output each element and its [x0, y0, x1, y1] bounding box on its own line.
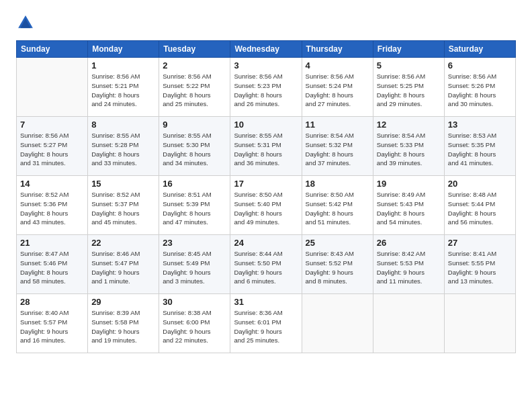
- calendar-cell: 27Sunrise: 8:41 AMSunset: 5:55 PMDayligh…: [444, 235, 515, 294]
- calendar-cell: 29Sunrise: 8:39 AMSunset: 5:58 PMDayligh…: [88, 294, 159, 353]
- calendar-week-1: 1Sunrise: 8:56 AMSunset: 5:21 PMDaylight…: [17, 58, 516, 117]
- day-number: 7: [20, 120, 84, 130]
- day-number: 11: [306, 120, 369, 130]
- day-info: Sunrise: 8:56 AMSunset: 5:26 PMDaylight:…: [448, 72, 512, 109]
- day-info: Sunrise: 8:54 AMSunset: 5:33 PMDaylight:…: [377, 131, 441, 168]
- calendar-cell: 16Sunrise: 8:51 AMSunset: 5:39 PMDayligh…: [159, 176, 230, 235]
- calendar-cell: 25Sunrise: 8:43 AMSunset: 5:52 PMDayligh…: [302, 235, 373, 294]
- day-header-monday: Monday: [88, 41, 159, 58]
- day-info: Sunrise: 8:44 AMSunset: 5:50 PMDaylight:…: [234, 249, 298, 286]
- day-header-tuesday: Tuesday: [159, 41, 230, 58]
- calendar-cell: 30Sunrise: 8:38 AMSunset: 6:00 PMDayligh…: [159, 294, 230, 353]
- day-info: Sunrise: 8:56 AMSunset: 5:27 PMDaylight:…: [20, 131, 84, 168]
- day-info: Sunrise: 8:45 AMSunset: 5:49 PMDaylight:…: [163, 249, 226, 286]
- day-info: Sunrise: 8:52 AMSunset: 5:37 PMDaylight:…: [91, 190, 155, 227]
- day-header-friday: Friday: [373, 41, 444, 58]
- day-number: 18: [306, 179, 369, 189]
- calendar-week-2: 7Sunrise: 8:56 AMSunset: 5:27 PMDaylight…: [17, 117, 516, 176]
- day-number: 16: [163, 179, 226, 189]
- calendar-cell: [17, 58, 88, 117]
- day-info: Sunrise: 8:38 AMSunset: 6:00 PMDaylight:…: [163, 308, 226, 345]
- calendar-cell: 12Sunrise: 8:54 AMSunset: 5:33 PMDayligh…: [373, 117, 444, 176]
- calendar-cell: 23Sunrise: 8:45 AMSunset: 5:49 PMDayligh…: [159, 235, 230, 294]
- day-number: 23: [163, 238, 226, 248]
- day-header-wednesday: Wednesday: [230, 41, 302, 58]
- day-info: Sunrise: 8:46 AMSunset: 5:47 PMDaylight:…: [91, 249, 155, 286]
- day-info: Sunrise: 8:56 AMSunset: 5:25 PMDaylight:…: [377, 72, 441, 109]
- day-number: 28: [20, 297, 84, 307]
- day-number: 22: [91, 238, 155, 248]
- day-info: Sunrise: 8:52 AMSunset: 5:36 PMDaylight:…: [20, 190, 84, 227]
- day-number: 13: [448, 120, 512, 130]
- day-info: Sunrise: 8:36 AMSunset: 6:01 PMDaylight:…: [234, 308, 298, 345]
- day-number: 20: [448, 179, 512, 189]
- day-number: 15: [91, 179, 155, 189]
- calendar-cell: 7Sunrise: 8:56 AMSunset: 5:27 PMDaylight…: [17, 117, 88, 176]
- calendar-cell: 20Sunrise: 8:48 AMSunset: 5:44 PMDayligh…: [444, 176, 515, 235]
- day-number: 14: [20, 179, 84, 189]
- day-number: 8: [91, 120, 155, 130]
- day-number: 10: [234, 120, 298, 130]
- day-info: Sunrise: 8:50 AMSunset: 5:42 PMDaylight:…: [306, 190, 369, 227]
- calendar-cell: 3Sunrise: 8:56 AMSunset: 5:23 PMDaylight…: [230, 58, 302, 117]
- day-number: 3: [234, 60, 298, 71]
- calendar-body: 1Sunrise: 8:56 AMSunset: 5:21 PMDaylight…: [17, 58, 516, 353]
- calendar-cell: 6Sunrise: 8:56 AMSunset: 5:26 PMDaylight…: [444, 58, 515, 117]
- day-info: Sunrise: 8:56 AMSunset: 5:23 PMDaylight:…: [234, 72, 298, 109]
- day-info: Sunrise: 8:56 AMSunset: 5:21 PMDaylight:…: [91, 72, 155, 109]
- day-info: Sunrise: 8:47 AMSunset: 5:46 PMDaylight:…: [20, 249, 84, 286]
- calendar-cell: 31Sunrise: 8:36 AMSunset: 6:01 PMDayligh…: [230, 294, 302, 353]
- day-number: 27: [448, 238, 512, 248]
- calendar-cell: 17Sunrise: 8:50 AMSunset: 5:40 PMDayligh…: [230, 176, 302, 235]
- calendar-cell: 5Sunrise: 8:56 AMSunset: 5:25 PMDaylight…: [373, 58, 444, 117]
- calendar-header: SundayMondayTuesdayWednesdayThursdayFrid…: [17, 41, 516, 58]
- calendar-week-3: 14Sunrise: 8:52 AMSunset: 5:36 PMDayligh…: [17, 176, 516, 235]
- calendar-cell: 28Sunrise: 8:40 AMSunset: 5:57 PMDayligh…: [17, 294, 88, 353]
- day-header-row: SundayMondayTuesdayWednesdayThursdayFrid…: [17, 41, 516, 58]
- day-header-saturday: Saturday: [444, 41, 515, 58]
- header: [16, 13, 516, 32]
- day-header-thursday: Thursday: [302, 41, 373, 58]
- day-number: 2: [163, 60, 226, 71]
- day-info: Sunrise: 8:54 AMSunset: 5:32 PMDaylight:…: [306, 131, 369, 168]
- day-info: Sunrise: 8:53 AMSunset: 5:35 PMDaylight:…: [448, 131, 512, 168]
- day-number: 21: [20, 238, 84, 248]
- calendar-cell: [444, 294, 515, 353]
- day-number: 6: [448, 60, 512, 71]
- day-number: 4: [306, 60, 369, 71]
- day-info: Sunrise: 8:39 AMSunset: 5:58 PMDaylight:…: [91, 308, 155, 345]
- day-number: 30: [163, 297, 226, 307]
- day-number: 17: [234, 179, 298, 189]
- calendar-week-5: 28Sunrise: 8:40 AMSunset: 5:57 PMDayligh…: [17, 294, 516, 353]
- day-info: Sunrise: 8:56 AMSunset: 5:22 PMDaylight:…: [163, 72, 226, 109]
- calendar-cell: 11Sunrise: 8:54 AMSunset: 5:32 PMDayligh…: [302, 117, 373, 176]
- calendar-cell: [373, 294, 444, 353]
- day-number: 26: [377, 238, 441, 248]
- day-info: Sunrise: 8:56 AMSunset: 5:24 PMDaylight:…: [306, 72, 369, 109]
- day-info: Sunrise: 8:49 AMSunset: 5:43 PMDaylight:…: [377, 190, 441, 227]
- calendar-cell: 22Sunrise: 8:46 AMSunset: 5:47 PMDayligh…: [88, 235, 159, 294]
- day-info: Sunrise: 8:55 AMSunset: 5:30 PMDaylight:…: [163, 131, 226, 168]
- calendar-cell: 19Sunrise: 8:49 AMSunset: 5:43 PMDayligh…: [373, 176, 444, 235]
- day-number: 19: [377, 179, 441, 189]
- day-header-sunday: Sunday: [17, 41, 88, 58]
- day-number: 5: [377, 60, 441, 71]
- day-info: Sunrise: 8:40 AMSunset: 5:57 PMDaylight:…: [20, 308, 84, 345]
- calendar-cell: 26Sunrise: 8:42 AMSunset: 5:53 PMDayligh…: [373, 235, 444, 294]
- calendar-cell: 14Sunrise: 8:52 AMSunset: 5:36 PMDayligh…: [17, 176, 88, 235]
- calendar-cell: 13Sunrise: 8:53 AMSunset: 5:35 PMDayligh…: [444, 117, 515, 176]
- day-number: 31: [234, 297, 298, 307]
- day-info: Sunrise: 8:48 AMSunset: 5:44 PMDaylight:…: [448, 190, 512, 227]
- calendar: SundayMondayTuesdayWednesdayThursdayFrid…: [16, 40, 516, 353]
- calendar-cell: 10Sunrise: 8:55 AMSunset: 5:31 PMDayligh…: [230, 117, 302, 176]
- calendar-cell: [302, 294, 373, 353]
- page: SundayMondayTuesdayWednesdayThursdayFrid…: [0, 0, 532, 411]
- calendar-cell: 18Sunrise: 8:50 AMSunset: 5:42 PMDayligh…: [302, 176, 373, 235]
- calendar-cell: 8Sunrise: 8:55 AMSunset: 5:28 PMDaylight…: [88, 117, 159, 176]
- calendar-cell: 2Sunrise: 8:56 AMSunset: 5:22 PMDaylight…: [159, 58, 230, 117]
- day-number: 12: [377, 120, 441, 130]
- calendar-cell: 15Sunrise: 8:52 AMSunset: 5:37 PMDayligh…: [88, 176, 159, 235]
- day-info: Sunrise: 8:51 AMSunset: 5:39 PMDaylight:…: [163, 190, 226, 227]
- calendar-cell: 9Sunrise: 8:55 AMSunset: 5:30 PMDaylight…: [159, 117, 230, 176]
- day-info: Sunrise: 8:50 AMSunset: 5:40 PMDaylight:…: [234, 190, 298, 227]
